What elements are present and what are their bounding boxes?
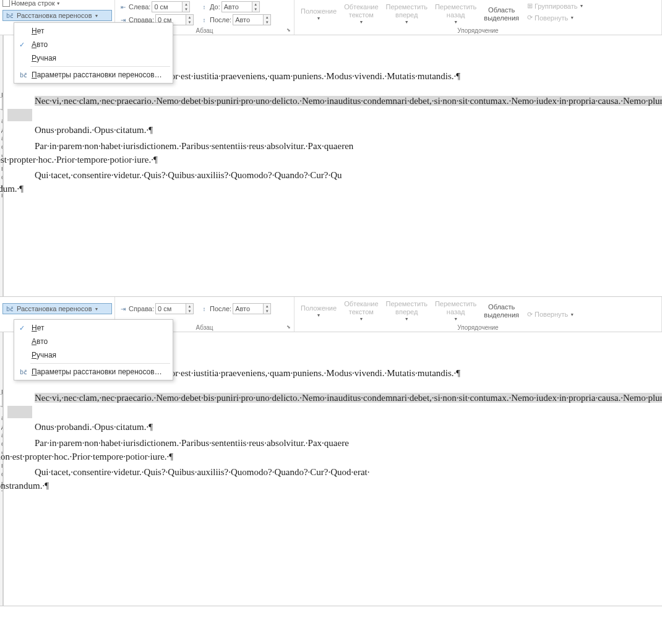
bring-forward-label2: вперед	[395, 11, 418, 19]
spacing-before-spinbox[interactable]: Авто ▲▼	[221, 1, 260, 12]
position-label: Положение	[301, 304, 337, 312]
indent-left-icon: ⇤	[119, 2, 127, 11]
line-numbers-label: Номера строк	[11, 0, 55, 7]
selection-pane-label1: Область	[488, 303, 515, 311]
spacing-before-label: До:	[210, 3, 220, 11]
spacing-after-icon: ↕	[200, 15, 208, 24]
spacing-before-icon: ↕	[200, 2, 208, 11]
spin-up-icon[interactable]: ▲	[264, 15, 270, 20]
pane-resize-handle[interactable]	[0, 97, 2, 109]
indent-left-spinbox[interactable]: 0 см ▲▼	[152, 1, 190, 12]
hyphenation-label: Расстановка переносов	[17, 12, 92, 19]
hyphenation-icon: bc̄	[19, 71, 28, 79]
hyphenation-icon: bc̄	[19, 367, 28, 376]
selection-pane-label2: выделения	[484, 311, 519, 319]
paragraph: Onus·probandi.·Opus·citatum.·¶	[7, 124, 662, 137]
chevron-down-icon: ▼	[570, 312, 574, 317]
paragraph-selected: Nec·vi,·nec·clam,·nec·praecario.·Nemo·de…	[7, 95, 662, 122]
hyphenation-menu: Нет ✓ Авто Ручная bc̄ Параметры расстано…	[14, 22, 173, 84]
check-icon: ✓	[19, 41, 25, 49]
spin-down-icon[interactable]: ▼	[252, 7, 259, 12]
menu-item-manual[interactable]: Ручная	[14, 51, 173, 65]
group-label-arrange: Упорядочение	[294, 324, 661, 331]
group-label: Группировать	[535, 2, 578, 10]
chevron-down-icon: ▼	[94, 14, 98, 18]
spin-up-icon[interactable]: ▲	[186, 304, 193, 309]
menu-item-options[interactable]: bc̄ Параметры расстановки переносов…	[14, 68, 173, 82]
spacing-after-label: После:	[210, 16, 231, 24]
menu-item-auto[interactable]: ✓ Авто	[14, 38, 173, 51]
rotate-button[interactable]: ⟳ Повернуть ▼	[525, 310, 576, 319]
rotate-button[interactable]: ⟳ Повернуть ▼	[525, 13, 585, 22]
dialog-launcher-icon[interactable]: ⬊	[286, 27, 293, 33]
bring-forward-label1: Переместить	[386, 3, 428, 11]
chevron-down-icon: ▼	[580, 4, 584, 8]
bring-forward-label1: Переместить	[386, 300, 428, 307]
menu-item-options[interactable]: bc̄ Параметры расстановки переносов…	[14, 365, 173, 379]
spin-down-icon[interactable]: ▼	[186, 309, 193, 314]
indent-left-value: 0 см	[152, 3, 182, 11]
spin-up-icon[interactable]: ▲	[252, 2, 259, 7]
send-backward-label2: назад	[447, 308, 465, 316]
spin-down-icon[interactable]: ▼	[186, 20, 193, 25]
pane-resize-handle[interactable]	[0, 394, 2, 406]
spin-down-icon[interactable]: ▼	[264, 309, 270, 314]
checkbox-icon	[2, 0, 10, 7]
hyphenation-icon: bc̄	[6, 11, 14, 20]
chevron-down-icon: ▼	[570, 15, 574, 20]
spin-down-icon[interactable]: ▼	[264, 20, 270, 25]
chevron-down-icon: ▼	[317, 16, 321, 20]
send-backward-label2: назад	[447, 11, 465, 19]
paragraph: Qui·tacet,·consentire·videtur.·Quis?·Qui…	[7, 169, 662, 196]
line-numbers-dropdown[interactable]: Номера строк ▼	[2, 0, 112, 9]
hyphenation-dropdown[interactable]: bc̄ Расстановка переносов ▼	[2, 10, 112, 21]
menu-separator	[30, 363, 170, 364]
spacing-after-value: Авто	[233, 305, 263, 312]
spacing-after-icon: ↕	[200, 304, 208, 313]
spacing-after-spinbox[interactable]: Авто ▲▼	[233, 14, 271, 25]
group-button[interactable]: ⊞ Группировать ▼	[525, 1, 585, 11]
rotate-label: Повернуть	[535, 311, 568, 318]
navigation-pane[interactable]: РЕЗУЛЬ▸ ю акой дитесь, а о части. вкладк…	[0, 332, 2, 606]
indent-left-label: Слева:	[129, 3, 150, 11]
spin-down-icon[interactable]: ▼	[183, 7, 189, 12]
menu-item-manual[interactable]: Ручная	[14, 348, 173, 362]
paragraph-selected: Nec·vi,·nec·clam,·nec·praecario.·Nemo·de…	[7, 392, 662, 419]
paragraph: Par·in·parem·non·habet·iurisdictionem.·P…	[7, 437, 662, 464]
group-icon: ⊞	[527, 2, 533, 10]
selection-pane-label1: Область	[488, 6, 515, 14]
spin-up-icon[interactable]: ▲	[264, 304, 270, 309]
rotate-icon: ⟳	[527, 14, 533, 22]
check-icon: ✓	[19, 324, 25, 332]
spacing-after-spinbox[interactable]: Авто ▲▼	[233, 303, 271, 314]
wrap-text-label1: Обтекание	[344, 3, 378, 11]
paragraph: Qui·tacet,·consentire·videtur.·Quis?·Qui…	[7, 466, 662, 493]
screenshot-top: Номера строк ▼ bc̄ Расстановка переносов…	[0, 0, 662, 297]
chevron-down-icon: ▼	[359, 317, 363, 321]
menu-separator	[30, 66, 170, 67]
paragraph: Onus·probandi.·Opus·citatum.·¶	[7, 421, 662, 434]
chevron-down-icon: ▼	[405, 20, 409, 24]
send-backward-label1: Переместить	[435, 3, 476, 11]
menu-item-none[interactable]: ✓ Нет	[14, 321, 173, 335]
screenshot-bottom: bc̄ Расстановка переносов ▼ ⇥ Справа: 0 …	[0, 297, 662, 606]
rotate-label: Повернуть	[535, 14, 568, 22]
chevron-down-icon: ▼	[56, 1, 61, 6]
menu-item-auto[interactable]: Авто	[14, 335, 173, 348]
dialog-launcher-icon[interactable]: ⬊	[286, 324, 293, 330]
indent-right-spinbox[interactable]: 0 см ▲▼	[155, 303, 194, 314]
hyphenation-icon: bc̄	[6, 304, 14, 313]
spin-up-icon[interactable]: ▲	[186, 15, 193, 20]
rotate-icon: ⟳	[527, 311, 533, 319]
paragraph: Par·in·parem·non·habet·iurisdictionem.·P…	[7, 140, 662, 167]
menu-item-none[interactable]: Нет	[14, 24, 173, 38]
chevron-down-icon: ▼	[454, 20, 458, 24]
navigation-pane[interactable]: РЕЗУЛЬ▸ ю акой дитесь, а о части. вкладк…	[0, 35, 2, 296]
selection-pane-label2: выделения	[484, 14, 519, 22]
indent-right-value: 0 см	[156, 305, 186, 312]
hyphenation-dropdown[interactable]: bc̄ Расстановка переносов ▼	[2, 303, 112, 314]
spin-up-icon[interactable]: ▲	[183, 2, 189, 7]
chevron-down-icon: ▼	[94, 307, 98, 311]
chevron-down-icon: ▼	[454, 317, 458, 321]
send-backward-label1: Переместить	[435, 300, 476, 307]
